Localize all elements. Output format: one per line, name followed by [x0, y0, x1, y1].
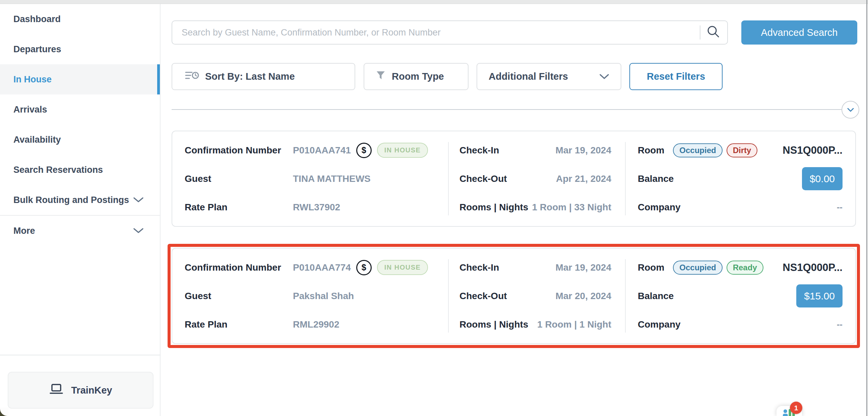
sort-by-dropdown[interactable]: Sort By: Last Name: [172, 63, 355, 90]
balance-button[interactable]: $0.00: [802, 167, 842, 190]
trainkey-button[interactable]: TrainKey: [8, 372, 154, 409]
card-column-divider: [625, 142, 626, 215]
room-type-filter[interactable]: Room Type: [364, 63, 468, 90]
sidebar-item-label: Availability: [13, 135, 61, 145]
confirmation-number-value: P010AAA741: [293, 145, 351, 156]
guest-name-value: Pakshal Shah: [293, 291, 354, 301]
sidebar-item-label: Search Reservations: [13, 165, 103, 175]
company-value: --: [837, 319, 842, 329]
rate-plan-value: RML29902: [293, 319, 340, 330]
rooms-nights-label: Rooms | Nights: [460, 202, 528, 213]
check-in-label: Check-In: [460, 262, 499, 273]
sidebar-item-in-house[interactable]: In House: [0, 64, 160, 94]
search-bar: [172, 21, 728, 44]
sidebar-item-arrivals[interactable]: Arrivals: [0, 94, 160, 125]
guest-label: Guest: [185, 291, 293, 301]
card-dates-column: Check-In Mar 19, 2024 Check-Out Apr 21, …: [460, 136, 611, 221]
sidebar-item-bulk-routing[interactable]: Bulk Routing and Postings: [0, 185, 160, 215]
card-column-divider: [625, 259, 626, 332]
sidebar-bottom-divider: [0, 355, 160, 355]
confirmation-number-value: P010AAA774: [293, 262, 351, 273]
laptop-icon: [49, 384, 64, 397]
window-right-edge: [866, 0, 867, 416]
company-value: --: [837, 202, 842, 212]
notification-count: 1: [794, 404, 798, 412]
sort-by-label: Sort By: Last Name: [205, 71, 295, 82]
room-label: Room: [638, 145, 664, 156]
company-label: Company: [638, 319, 681, 330]
company-label: Company: [638, 202, 681, 213]
search-icon[interactable]: [707, 25, 720, 40]
card-column-divider: [448, 142, 449, 215]
balance-button[interactable]: $15.00: [796, 284, 842, 308]
sort-icon: [185, 70, 199, 83]
rooms-nights-value: 1 Room | 1 Night: [537, 319, 611, 330]
confirmation-label: Confirmation Number: [185, 145, 293, 156]
rooms-nights-label: Rooms | Nights: [460, 319, 528, 330]
card-dates-column: Check-In Mar 19, 2024 Check-Out Mar 20, …: [460, 253, 611, 339]
sidebar-item-label: Departures: [13, 44, 61, 55]
rate-plan-value: RWL37902: [293, 202, 340, 213]
additional-filters-label: Additional Filters: [489, 71, 568, 82]
sidebar-nav: Dashboard Departures In House Arrivals A…: [0, 4, 160, 246]
sidebar-item-more[interactable]: More: [0, 216, 160, 246]
balance-label: Balance: [638, 291, 674, 301]
notification-badge: 1: [790, 402, 802, 414]
card-room-column: Room Occupied Ready NS1Q000P... Balance …: [638, 253, 842, 339]
chevron-down-icon: [133, 197, 144, 203]
chevron-down-icon: [847, 107, 854, 112]
reset-filters-button[interactable]: Reset Filters: [629, 63, 722, 90]
check-out-value: Apr 21, 2024: [556, 173, 611, 184]
sidebar-item-dashboard[interactable]: Dashboard: [0, 4, 160, 34]
reservation-card[interactable]: Confirmation Number P010AAA741 $ IN HOUS…: [172, 131, 856, 227]
rate-plan-label: Rate Plan: [185, 202, 293, 213]
advanced-search-button[interactable]: Advanced Search: [741, 21, 857, 44]
dirty-badge: Dirty: [726, 143, 758, 157]
room-label: Room: [638, 262, 664, 273]
funnel-icon: [376, 70, 386, 83]
sidebar-item-label: Arrivals: [13, 104, 47, 115]
sidebar-item-search-reservations[interactable]: Search Reservations: [0, 155, 160, 185]
sidebar-item-label: Bulk Routing and Postings: [13, 195, 129, 205]
card-column-divider: [448, 259, 449, 332]
window-corner-decoration: [0, 407, 9, 416]
card-guest-column: Confirmation Number P010AAA774 $ IN HOUS…: [185, 253, 446, 339]
check-out-value: Mar 20, 2024: [555, 291, 611, 301]
sidebar-item-departures[interactable]: Departures: [0, 34, 160, 64]
check-out-label: Check-Out: [460, 173, 507, 184]
results-divider: [172, 109, 844, 110]
guest-name-value: TINA MATTHEWS: [293, 173, 371, 184]
chevron-down-icon: [599, 71, 609, 82]
guest-label: Guest: [185, 173, 293, 184]
check-in-value: Mar 19, 2024: [555, 262, 611, 273]
check-in-value: Mar 19, 2024: [555, 145, 611, 156]
in-house-badge: IN HOUSE: [377, 143, 428, 158]
window-top-strip: [0, 0, 868, 4]
sidebar-item-label: Dashboard: [13, 14, 61, 25]
card-guest-column: Confirmation Number P010AAA741 $ IN HOUS…: [185, 136, 446, 221]
rooms-nights-value: 1 Room | 33 Night: [532, 202, 611, 213]
in-house-badge: IN HOUSE: [377, 260, 428, 275]
sidebar: Dashboard Departures In House Arrivals A…: [0, 4, 160, 416]
check-in-label: Check-In: [460, 145, 499, 156]
room-type-label: Room Type: [392, 71, 444, 82]
search-input[interactable]: [172, 21, 700, 44]
collapse-toggle-button[interactable]: [841, 101, 859, 119]
check-out-label: Check-Out: [460, 291, 507, 301]
payment-icon[interactable]: $: [356, 143, 372, 158]
occupied-badge: Occupied: [673, 261, 722, 275]
search-divider: [700, 26, 701, 39]
sidebar-item-label: More: [13, 226, 35, 236]
reservation-card[interactable]: Confirmation Number P010AAA774 $ IN HOUS…: [172, 248, 856, 344]
confirmation-label: Confirmation Number: [185, 262, 293, 273]
rate-plan-label: Rate Plan: [185, 319, 293, 330]
card-room-column: Room Occupied Dirty NS1Q000P... Balance …: [638, 136, 842, 221]
trainkey-label: TrainKey: [71, 385, 112, 396]
additional-filters-dropdown[interactable]: Additional Filters: [476, 63, 621, 90]
sidebar-item-label: In House: [13, 74, 52, 85]
room-number-value: NS1Q000P...: [782, 262, 842, 274]
payment-icon[interactable]: $: [356, 260, 372, 275]
chevron-down-icon: [133, 228, 144, 234]
sidebar-item-availability[interactable]: Availability: [0, 125, 160, 155]
occupied-badge: Occupied: [673, 143, 722, 157]
